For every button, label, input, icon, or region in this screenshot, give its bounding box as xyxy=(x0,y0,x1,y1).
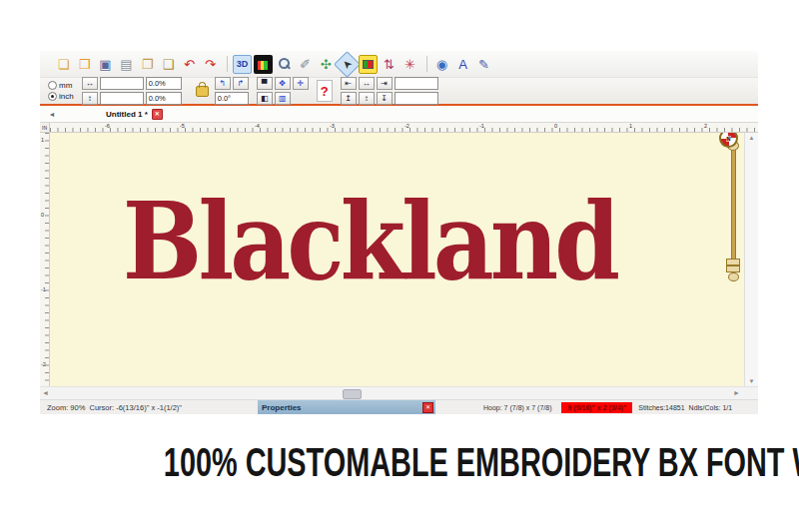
design-handle-bottom-knob[interactable] xyxy=(726,259,740,266)
horizontal-ruler: IN -6-5-4-3-2-1012 xyxy=(40,123,758,133)
redo-icon[interactable]: ↷ xyxy=(201,55,220,74)
print-icon[interactable]: ▤ xyxy=(117,55,136,74)
tab-untitled-1[interactable]: Untitled 1 * ✕ xyxy=(106,109,163,120)
windmill-icon[interactable]: ✣ xyxy=(317,55,336,74)
fit-window-button[interactable]: ✛ xyxy=(293,77,309,90)
align-right-button[interactable]: ⇥ xyxy=(377,77,393,90)
3d-view-button[interactable]: 3D xyxy=(233,55,252,74)
hoop-size-status: Hoop: 7 (7/8) x 7 (7/8) xyxy=(483,404,551,411)
h-ruler-number: -1 xyxy=(479,123,484,129)
open-folder-icon[interactable]: ❒ xyxy=(75,55,94,74)
inch-radio[interactable] xyxy=(48,92,57,101)
align-field-2[interactable] xyxy=(395,92,438,105)
mm-label: mm xyxy=(59,81,72,90)
properties-panel-bar[interactable]: Properties ✕ xyxy=(258,400,435,414)
copy-icon[interactable]: ❐ xyxy=(138,55,157,74)
status-bar: Zoom: 90% Cursor: -6(13/16)" x -1(1/2)" … xyxy=(40,399,758,414)
transform-toolbar: mm inch ↔ 0.0% ↕ 0.0% ↰ ↱ xyxy=(40,78,758,106)
new-file-icon[interactable]: ❏ xyxy=(54,55,73,74)
center-design-button[interactable]: ✥ xyxy=(275,77,291,90)
stitch-count-status: Stitches:14851 xyxy=(638,404,684,411)
align-top-button[interactable]: ↥ xyxy=(341,92,357,105)
scroll-up-icon[interactable]: ▲ xyxy=(749,135,755,141)
undo-icon[interactable]: ↶ xyxy=(180,55,199,74)
align-bottom-button[interactable]: ↧ xyxy=(377,92,393,105)
height-arrow-icon[interactable]: ↕ xyxy=(82,92,98,105)
h-ruler-number: 2 xyxy=(704,123,707,129)
scroll-left-icon[interactable]: ◄ xyxy=(42,389,49,396)
embroidery-app-window: ❏❒▣▤❐❑↶↷3D✐✣➤⇅✳◉A✎ mm inch ↔ 0.0% ↕ 0.0% xyxy=(40,51,758,409)
toolbar-separator xyxy=(426,56,427,72)
toolbar-separator xyxy=(227,56,228,72)
object-properties-icon[interactable] xyxy=(359,55,378,74)
properties-title: Properties xyxy=(262,403,302,412)
select-cursor-icon[interactable]: ➤ xyxy=(334,51,361,78)
stitch-needle-icon[interactable]: ⇅ xyxy=(380,55,399,74)
text-tool-icon[interactable]: A xyxy=(453,55,472,74)
unit-inch-option[interactable]: inch xyxy=(48,92,74,101)
align-field-1[interactable] xyxy=(395,77,438,90)
flip-horizontal-button[interactable]: ◧ xyxy=(257,92,273,105)
width-input[interactable] xyxy=(100,77,144,90)
unit-mm-option[interactable]: mm xyxy=(48,81,74,90)
compass-north-label: N xyxy=(726,136,730,142)
ruler-unit-label: IN xyxy=(40,123,50,132)
align-objects-button[interactable]: ▥ xyxy=(275,92,291,105)
notes-icon[interactable]: ✎ xyxy=(474,55,493,74)
h-ruler-number: -5 xyxy=(180,123,185,129)
mm-radio[interactable] xyxy=(48,81,57,90)
scroll-down-icon[interactable]: ▼ xyxy=(749,378,755,384)
zoom-cursor-status: Zoom: 90% Cursor: -6(13/16)" x -1(1/2)" xyxy=(47,403,182,412)
h-ruler-number: -3 xyxy=(330,123,335,129)
width-percent-input[interactable]: 0.0% xyxy=(146,77,182,90)
rotate-left-button[interactable]: ↰ xyxy=(215,77,231,90)
caption-container: 100% CUSTOMABLE EMBROIDERY BX FONT WITH … xyxy=(0,440,799,484)
tab-close-icon[interactable]: ✕ xyxy=(152,109,163,120)
main-toolbar: ❏❒▣▤❐❑↶↷3D✐✣➤⇅✳◉A✎ xyxy=(40,51,758,78)
pinwheel-icon[interactable]: ✳ xyxy=(400,55,419,74)
v-ruler-number: 1 xyxy=(41,137,44,143)
angle-input[interactable]: 0.0° xyxy=(215,92,249,105)
width-arrow-icon[interactable]: ↔ xyxy=(82,77,98,90)
zoom-icon[interactable] xyxy=(275,55,294,74)
color-bars-icon[interactable] xyxy=(254,55,273,74)
rotate-right-button[interactable]: ↱ xyxy=(233,77,249,90)
v-ruler-number: 0 xyxy=(41,212,44,218)
needles-colors-status: Ndls/Cols: 1/1 xyxy=(689,404,733,411)
horizontal-scroll-thumb[interactable] xyxy=(343,389,362,399)
help-icon[interactable]: ? xyxy=(317,80,333,102)
selection-size-status: 9 (9/16)" x 2 (3/4)" xyxy=(561,402,632,413)
horizontal-ruler-ticks: -6-5-4-3-2-1012 xyxy=(50,123,758,132)
embroidery-design-text[interactable]: Blackland xyxy=(56,178,682,304)
design-handle-bottom-knob[interactable] xyxy=(728,272,739,281)
paste-icon[interactable]: ❑ xyxy=(159,55,178,74)
h-ruler-number: -4 xyxy=(255,123,260,129)
design-canvas[interactable]: Blackland N xyxy=(50,133,744,386)
height-percent-input[interactable]: 0.0% xyxy=(146,92,182,105)
align-center-h-button[interactable]: ↔ xyxy=(359,77,375,90)
h-ruler-number: 1 xyxy=(629,123,632,129)
zoom-level: Zoom: 90% xyxy=(47,403,85,412)
horizontal-scrollbar[interactable]: ◄ ► xyxy=(40,386,758,399)
h-ruler-number: -2 xyxy=(404,123,409,129)
save-icon[interactable]: ▣ xyxy=(96,55,115,74)
cursor-position: Cursor: -6(13/16)" x -1(1/2)" xyxy=(90,403,182,412)
height-input[interactable] xyxy=(100,92,144,105)
tab-scroll-left-button[interactable]: ◄ xyxy=(46,108,58,120)
scroll-right-icon[interactable]: ► xyxy=(733,389,740,396)
flip-vertical-button[interactable]: ▀ xyxy=(257,77,273,90)
align-left-button[interactable]: ⇤ xyxy=(341,77,357,90)
inch-label: inch xyxy=(59,92,74,101)
design-handle-bottom-knob[interactable] xyxy=(726,266,740,272)
measure-icon[interactable]: ✐ xyxy=(296,55,315,74)
globe-icon[interactable]: ◉ xyxy=(432,55,451,74)
v-ruler-number: -1 xyxy=(41,286,46,292)
properties-close-icon[interactable]: ✕ xyxy=(422,402,433,413)
design-handle[interactable] xyxy=(731,147,736,261)
aspect-lock-icon[interactable] xyxy=(196,86,209,97)
marketing-caption: 100% CUSTOMABLE EMBROIDERY BX FONT WITH … xyxy=(164,439,799,486)
h-ruler-number: -6 xyxy=(105,123,110,129)
vertical-ruler: 10-1-2 xyxy=(40,133,50,386)
align-center-v-button[interactable]: ↕ xyxy=(359,92,375,105)
vertical-scrollbar[interactable]: ▲ ▼ xyxy=(744,133,758,386)
